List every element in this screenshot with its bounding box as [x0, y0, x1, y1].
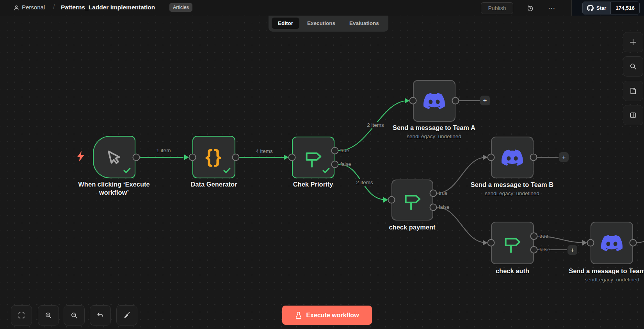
branch-label-true: true — [439, 190, 447, 196]
node-send-message-teamA[interactable] — [413, 80, 455, 122]
node-label-teamA[interactable]: Send a message to Team A sendLegacy: und… — [387, 124, 481, 140]
zoom-out-button[interactable] — [64, 305, 85, 325]
history-button[interactable] — [524, 2, 536, 14]
undo-icon — [96, 311, 104, 319]
node-label-teamB[interactable]: Send a message to Team B sendLegacy: und… — [465, 181, 559, 197]
github-star-count[interactable]: 174,516 — [610, 2, 639, 14]
add-node-endpoint-button[interactable]: + — [568, 245, 577, 255]
breadcrumb-separator: / — [53, 4, 55, 11]
branch-label-false: false — [340, 161, 351, 167]
undo-button[interactable] — [90, 305, 111, 325]
connector-teamB1-output[interactable] — [630, 240, 637, 246]
connector-priority-input[interactable] — [289, 154, 295, 161]
node-check-auth[interactable] — [491, 222, 534, 264]
connector-priority-false-output[interactable] — [332, 161, 338, 168]
signpost-icon — [392, 180, 432, 220]
connector-teamA-output[interactable] — [452, 98, 459, 104]
zoom-in-icon — [44, 311, 52, 319]
canvas-search-button[interactable] — [623, 56, 643, 76]
branch-label-true: true — [340, 148, 349, 153]
edge-count-label: 1 item — [149, 147, 178, 154]
github-star-widget[interactable]: Star 174,516 — [582, 2, 640, 14]
fit-view-icon — [18, 311, 25, 319]
edge-count-label: 2 items — [361, 122, 390, 128]
node-subtitle: sendLegacy: undefined — [465, 190, 559, 197]
github-star-label: Star — [596, 5, 606, 11]
node-label-chek-priority[interactable]: Chek Priority — [266, 180, 360, 189]
github-logo-icon — [587, 5, 594, 11]
connector-trigger-output[interactable] — [133, 154, 140, 161]
connector-auth-input[interactable] — [488, 240, 495, 246]
plus-icon — [629, 38, 637, 46]
success-check-icon — [322, 167, 330, 175]
connector-teamB1-input[interactable] — [587, 240, 594, 246]
success-check-icon — [223, 167, 231, 175]
connector-payment-false-output[interactable] — [430, 204, 437, 211]
split-panel-icon — [629, 111, 637, 119]
github-star-button[interactable]: Star — [583, 2, 610, 14]
n8n-workflow-editor: Personal / Patterns_Ladder Implementatio… — [0, 0, 644, 329]
execute-workflow-button[interactable]: Execute workflow — [282, 306, 372, 325]
connector-teamA-input[interactable] — [410, 98, 416, 104]
connector-generator-input[interactable] — [189, 154, 196, 161]
sticky-note-icon — [629, 87, 637, 95]
node-subtitle: sendLegacy: undefined — [387, 133, 481, 140]
node-send-message-teamB[interactable] — [491, 137, 534, 178]
node-label-check-auth[interactable]: check auth — [466, 267, 559, 275]
connector-generator-output[interactable] — [233, 154, 239, 161]
node-label-data-generator[interactable]: Data Generator — [167, 180, 261, 189]
connector-auth-true-output[interactable] — [531, 233, 537, 240]
broom-icon — [123, 311, 131, 319]
tab-executions[interactable]: Executions — [301, 18, 342, 29]
execute-workflow-label: Execute workflow — [306, 312, 359, 319]
branch-label-false: false — [439, 204, 449, 210]
zoom-in-button[interactable] — [38, 305, 59, 325]
history-clock-icon — [527, 4, 534, 12]
connector-teamB-input[interactable] — [488, 154, 495, 161]
plus-icon: + — [571, 247, 575, 253]
connector-payment-true-output[interactable] — [430, 190, 437, 197]
node-subtitle: sendLegacy: undefined — [565, 276, 644, 283]
workflow-tag-badge[interactable]: Articles — [169, 3, 192, 12]
tidy-up-button[interactable] — [116, 305, 137, 325]
node-check-payment[interactable] — [391, 180, 433, 221]
node-label-teamB1[interactable]: Send a message to Team B1 sendLegacy: un… — [565, 267, 644, 283]
sticky-note-button[interactable] — [623, 81, 643, 101]
add-node-endpoint-button[interactable]: + — [559, 152, 569, 162]
flask-icon — [295, 311, 302, 319]
connector-priority-true-output[interactable] — [332, 148, 338, 154]
workflow-title[interactable]: Patterns_Ladder Implementation — [61, 4, 155, 11]
search-icon — [629, 62, 637, 70]
node-send-message-teamB1[interactable] — [591, 222, 633, 264]
plus-icon: + — [562, 154, 566, 160]
discord-icon — [492, 137, 533, 178]
fit-view-button[interactable] — [11, 305, 32, 325]
node-data-generator[interactable]: {} — [192, 136, 235, 178]
node-manual-trigger[interactable] — [93, 136, 135, 178]
signpost-icon — [492, 222, 533, 263]
node-label-check-payment[interactable]: check payment — [365, 223, 459, 231]
tab-editor[interactable]: Editor — [272, 18, 299, 29]
ellipsis-icon: ⋯ — [548, 4, 556, 12]
view-tabbar: Editor Executions Evaluations — [269, 16, 388, 32]
discord-icon — [591, 222, 632, 263]
trigger-lightning-icon — [76, 151, 85, 163]
add-node-endpoint-button[interactable]: + — [480, 96, 490, 105]
zoom-out-icon — [70, 311, 78, 319]
connector-teamB-output[interactable] — [530, 154, 537, 161]
success-check-icon — [123, 167, 131, 175]
discord-icon — [414, 81, 455, 121]
more-options-button[interactable]: ⋯ — [546, 2, 558, 14]
connector-auth-false-output[interactable] — [531, 247, 537, 253]
add-node-button[interactable] — [623, 32, 643, 52]
tab-evaluations[interactable]: Evaluations — [343, 18, 385, 29]
breadcrumb-project[interactable]: Personal — [22, 4, 45, 11]
layers-panel-button[interactable] — [623, 105, 643, 125]
connector-payment-input[interactable] — [388, 197, 395, 203]
plus-icon: + — [483, 97, 487, 104]
node-chek-priority[interactable] — [292, 137, 334, 178]
node-label-trigger[interactable]: When clicking ‘Execute workflow’ — [67, 180, 161, 197]
branch-label-false: false — [539, 247, 550, 253]
publish-button[interactable]: Publish — [481, 2, 513, 14]
person-icon — [13, 4, 20, 11]
